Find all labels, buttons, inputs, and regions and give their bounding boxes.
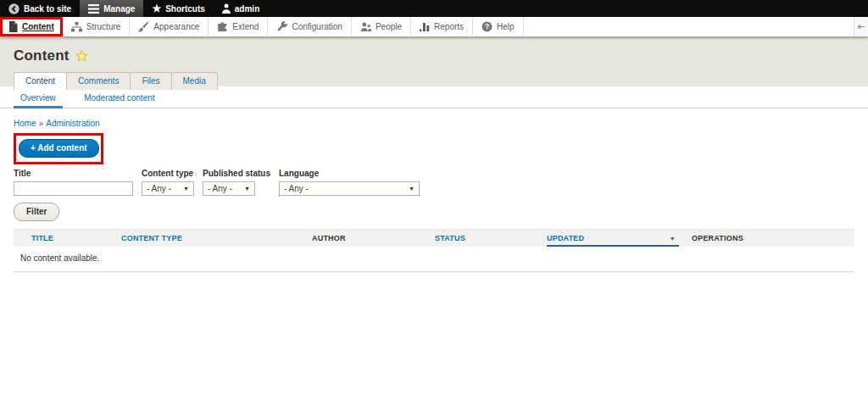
- admin-toolbar: Content Structure Appearance Extend Conf…: [0, 17, 868, 36]
- breadcrumb-separator: »: [39, 119, 44, 128]
- toolbar-item-extend[interactable]: Extend: [209, 17, 268, 36]
- breadcrumb: Home»Administration: [14, 119, 854, 128]
- back-to-site-button[interactable]: Back to site: [0, 0, 80, 17]
- breadcrumb-home-link[interactable]: Home: [14, 119, 36, 128]
- puzzle-icon: [217, 22, 228, 32]
- column-header-status: STATUS: [428, 230, 541, 247]
- filter-button[interactable]: Filter: [14, 203, 59, 221]
- toolbar-item-help[interactable]: ? Help: [473, 17, 524, 36]
- chevron-down-icon: ▼: [183, 186, 189, 192]
- toolbar-spacer: [524, 17, 854, 36]
- toolbar-orientation-toggle[interactable]: ⇤: [854, 17, 868, 36]
- toolbar-item-label: Help: [497, 22, 515, 31]
- language-field: Language - Any - ▼: [279, 169, 420, 196]
- breadcrumb-administration-link[interactable]: Administration: [46, 119, 99, 128]
- page-header: Content Content Comments Files Media: [0, 36, 868, 86]
- sort-by-content-type-link[interactable]: CONTENT TYPE: [121, 234, 182, 242]
- wrench-icon: [276, 21, 287, 32]
- bar-chart-icon: [420, 22, 430, 32]
- tab-moderated-content[interactable]: Moderated content: [77, 86, 161, 108]
- page-title: Content: [14, 47, 70, 64]
- table-header-row: TITLE CONTENT TYPE AUTHOR STATUS UPDATED…: [14, 230, 854, 247]
- star-icon: ★: [152, 3, 161, 14]
- operations-header-label: OPERATIONS: [692, 234, 743, 242]
- manage-label: Manage: [103, 4, 135, 14]
- updated-header-label[interactable]: UPDATED: [547, 234, 584, 242]
- orientation-toggle-icon: ⇤: [857, 21, 865, 32]
- language-label: Language: [279, 169, 420, 178]
- toolbar-item-reports[interactable]: Reports: [411, 17, 473, 36]
- sort-by-updated-link[interactable]: UPDATED ▼: [547, 230, 679, 247]
- author-header-label: AUTHOR: [312, 234, 346, 242]
- title-field: Title: [14, 169, 133, 196]
- admin-user-label: admin: [235, 4, 259, 14]
- toolbar-item-label: Appearance: [153, 22, 199, 31]
- toolbar-item-label: Reports: [434, 22, 464, 31]
- svg-text:?: ?: [485, 22, 489, 31]
- back-arrow-icon: [8, 3, 19, 14]
- content-type-select[interactable]: - Any - ▼: [142, 181, 194, 196]
- shortcuts-button[interactable]: ★ Shortcuts: [143, 0, 213, 17]
- user-icon: [222, 3, 231, 14]
- admin-user-button[interactable]: admin: [214, 0, 268, 17]
- toolbar-item-content[interactable]: Content: [0, 17, 63, 36]
- help-icon: ?: [481, 21, 492, 32]
- published-status-label: Published status: [203, 169, 270, 178]
- column-header-updated: UPDATED ▼: [541, 230, 685, 247]
- toolbar-item-configuration[interactable]: Configuration: [268, 17, 351, 36]
- empty-table-message: No content available.: [14, 247, 854, 272]
- shortcut-star-icon[interactable]: [75, 50, 88, 62]
- published-status-select[interactable]: - Any - ▼: [203, 181, 255, 196]
- filter-form: Title Content type - Any - ▼ Published s…: [14, 169, 854, 196]
- toolbar-item-label: Configuration: [292, 22, 342, 31]
- language-selected-value: - Any -: [284, 184, 309, 193]
- chevron-down-icon: ▼: [409, 186, 415, 192]
- sort-descending-icon: ▼: [670, 236, 676, 242]
- column-header-operations: OPERATIONS: [685, 230, 854, 247]
- back-to-site-label: Back to site: [24, 4, 71, 14]
- toolbar-item-people[interactable]: People: [352, 17, 411, 36]
- tab-content[interactable]: Content: [14, 72, 67, 90]
- chevron-down-icon: ▼: [244, 186, 250, 192]
- secondary-tabs: Overview Moderated content: [0, 86, 868, 108]
- hamburger-icon: [88, 4, 99, 14]
- content-type-label: Content type: [142, 169, 194, 178]
- sitemap-icon: [71, 22, 82, 32]
- toolbar-item-label: Extend: [232, 22, 259, 31]
- column-header-author: AUTHOR: [305, 230, 428, 247]
- admin-bar: Back to site Manage ★ Shortcuts admin: [0, 0, 868, 17]
- brush-icon: [138, 21, 149, 32]
- toolbar-item-appearance[interactable]: Appearance: [130, 17, 209, 36]
- people-icon: [360, 22, 371, 32]
- published-status-selected-value: - Any -: [208, 184, 232, 193]
- add-content-highlight-box: + Add content: [14, 133, 103, 164]
- tab-media[interactable]: Media: [171, 72, 218, 90]
- column-header-title: TITLE: [14, 230, 114, 247]
- title-label: Title: [14, 169, 133, 178]
- file-icon: [8, 21, 18, 32]
- toolbar-item-label: People: [376, 22, 402, 31]
- content-type-selected-value: - Any -: [147, 184, 171, 193]
- language-select[interactable]: - Any - ▼: [279, 181, 420, 196]
- content-type-field: Content type - Any - ▼: [142, 169, 194, 196]
- toolbar-item-label: Content: [22, 22, 54, 31]
- sort-by-title-link[interactable]: TITLE: [31, 234, 53, 242]
- published-status-field: Published status - Any - ▼: [203, 169, 270, 196]
- title-input[interactable]: [14, 181, 133, 196]
- manage-button[interactable]: Manage: [80, 0, 143, 17]
- content-table: TITLE CONTENT TYPE AUTHOR STATUS UPDATED…: [14, 229, 854, 272]
- shortcuts-label: Shortcuts: [165, 4, 205, 14]
- main-content: Home»Administration + Add content Title …: [0, 108, 868, 272]
- toolbar-item-label: Structure: [86, 22, 121, 31]
- add-content-button[interactable]: + Add content: [19, 139, 99, 158]
- column-header-content-type: CONTENT TYPE: [114, 230, 305, 247]
- sort-by-status-link[interactable]: STATUS: [435, 234, 465, 242]
- toolbar-item-structure[interactable]: Structure: [63, 17, 131, 36]
